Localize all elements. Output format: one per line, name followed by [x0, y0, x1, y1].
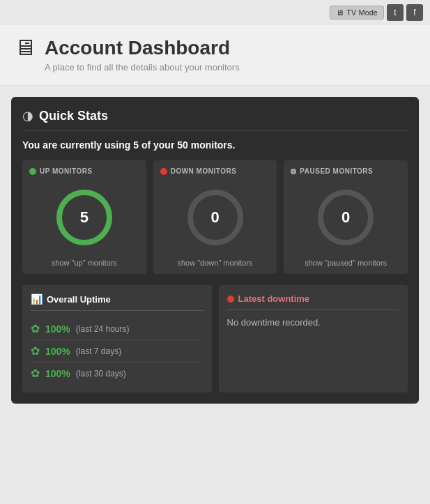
down-monitors-card: DOWN MONITORS 0 show "down" monitors	[153, 160, 277, 274]
monitors-row: UP MONITORS 5 show "up" monitors DOWN MO…	[22, 160, 408, 274]
tv-mode-label: TV Mode	[346, 8, 378, 17]
up-monitors-label: UP MONITORS	[40, 167, 93, 175]
bar-chart-icon: 📊	[31, 293, 43, 305]
down-monitors-label: DOWN MONITORS	[171, 167, 237, 175]
downtime-red-dot	[227, 296, 234, 303]
down-monitors-value: 0	[210, 208, 219, 227]
paused-monitors-link[interactable]: show "paused" monitors	[305, 259, 387, 267]
page-header: 🖥 Account Dashboard A place to find all …	[0, 25, 430, 86]
uptime-label-7d: (last 7 days)	[76, 346, 121, 356]
card-title-row: ◑ Quick Stats	[22, 108, 408, 131]
paused-monitors-value: 0	[341, 208, 350, 227]
uptime-percent-30d: 100%	[45, 368, 70, 379]
uptime-label-24h: (last 24 hours)	[76, 324, 130, 334]
facebook-button[interactable]: f	[406, 4, 423, 21]
paused-donut-container: 0	[314, 186, 377, 249]
uptime-percent-7d: 100%	[45, 346, 70, 357]
twitter-button[interactable]: t	[387, 4, 404, 21]
up-donut-container: 5	[53, 186, 116, 249]
header-monitor-icon: 🖥	[14, 35, 36, 61]
downtime-section: Latest downtime No downtime recorded.	[219, 285, 408, 392]
bottom-row: 📊 Overall Uptime ✿ 100% (last 24 hours) …	[22, 285, 408, 392]
downtime-title: Latest downtime	[238, 293, 310, 304]
no-downtime-text: No downtime recorded.	[227, 317, 400, 328]
down-donut-container: 0	[184, 186, 247, 249]
up-monitors-link[interactable]: show "up" monitors	[52, 259, 117, 267]
top-bar: 🖥 TV Mode t f	[0, 0, 430, 25]
quick-stats-card: ◑ Quick Stats You are currently using 5 …	[11, 97, 419, 404]
tv-mode-button[interactable]: 🖥 TV Mode	[330, 6, 384, 20]
uptime-icon-7d: ✿	[31, 344, 40, 358]
paused-monitors-label: PAUSED MONITORS	[300, 167, 373, 175]
monitor-small-icon: 🖥	[336, 8, 344, 17]
main-content: ◑ Quick Stats You are currently using 5 …	[0, 86, 430, 415]
uptime-row-7d: ✿ 100% (last 7 days)	[31, 340, 204, 362]
paused-status-dot	[291, 169, 296, 174]
uptime-section: 📊 Overall Uptime ✿ 100% (last 24 hours) …	[22, 285, 212, 392]
monitors-summary: You are currently using 5 of your 50 mon…	[22, 139, 408, 151]
pie-chart-icon: ◑	[22, 108, 33, 123]
uptime-row-24h: ✿ 100% (last 24 hours)	[31, 318, 204, 340]
facebook-icon: f	[413, 8, 415, 17]
page-subtitle: A place to find all the details about yo…	[45, 62, 416, 72]
twitter-icon: t	[394, 8, 396, 17]
card-title: Quick Stats	[39, 109, 108, 123]
page-title: Account Dashboard	[45, 37, 230, 59]
uptime-icon-24h: ✿	[31, 322, 40, 335]
down-monitors-link[interactable]: show "down" monitors	[177, 259, 252, 267]
uptime-label-30d: (last 30 days)	[76, 369, 126, 379]
uptime-row-30d: ✿ 100% (last 30 days)	[31, 362, 204, 384]
down-status-dot	[160, 168, 167, 175]
up-monitors-value: 5	[80, 208, 89, 227]
uptime-percent-24h: 100%	[45, 323, 70, 335]
uptime-title: Overall Uptime	[47, 294, 111, 305]
paused-monitors-card: PAUSED MONITORS 0 show "paused" monitors	[284, 160, 408, 274]
up-status-dot	[29, 168, 36, 175]
uptime-icon-30d: ✿	[31, 367, 40, 380]
up-monitors-card: UP MONITORS 5 show "up" monitors	[22, 160, 146, 274]
